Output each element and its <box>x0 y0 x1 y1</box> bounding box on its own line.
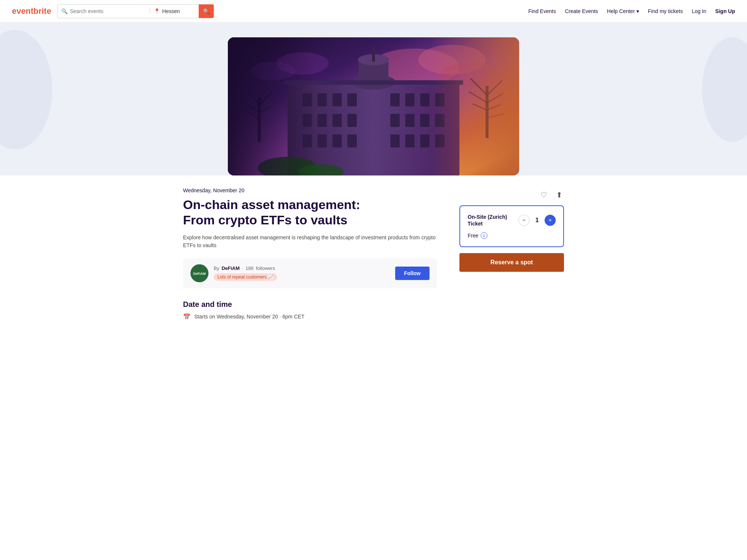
decrease-qty-button[interactable]: − <box>518 215 530 226</box>
nav-signup[interactable]: Sign Up <box>715 8 735 14</box>
sidebar: ♡ ⬆ On-Site (Zurich) Ticket − 1 + <box>459 187 564 320</box>
location-pin-icon: 📍 <box>154 8 160 14</box>
nav-find-tickets[interactable]: Find my tickets <box>648 8 683 14</box>
location-input[interactable] <box>162 8 195 14</box>
organizer-info: By DeFiAM · 186 followers Lots of repeat… <box>214 265 390 281</box>
share-button[interactable]: ⬆ <box>555 189 564 201</box>
ticket-qty-control: − 1 + <box>518 215 556 226</box>
search-icon: 🔍 <box>61 8 68 14</box>
search-input-wrap: 🔍 <box>58 8 150 14</box>
ticket-price-row: Free i <box>468 232 556 239</box>
organizer-followers-label: followers <box>256 265 275 271</box>
calendar-icon: 📅 <box>183 313 190 320</box>
reserve-button[interactable]: Reserve a spot <box>459 253 564 272</box>
hero-image <box>228 37 519 175</box>
repeat-customers-badge: Lots of repeat customers 📈 <box>214 273 277 281</box>
top-actions: ♡ ⬆ <box>459 187 564 201</box>
share-icon: ⬆ <box>556 191 562 199</box>
date-time-title: Date and time <box>183 300 437 309</box>
organizer-by-label: By <box>214 265 219 271</box>
event-description: Explore how decentralised asset manageme… <box>183 234 437 249</box>
hero-section <box>0 22 747 175</box>
navbar: eventbrite 🔍 📍 🔍 Find Events Create Even… <box>0 0 747 22</box>
nav-create-events[interactable]: Create Events <box>565 8 598 14</box>
ticket-name-line2: Ticket <box>468 221 483 227</box>
nav-find-events[interactable]: Find Events <box>528 8 556 14</box>
minus-icon: − <box>522 217 526 224</box>
svg-text:DeFiAM: DeFiAM <box>193 272 206 276</box>
plus-icon: + <box>548 217 552 224</box>
event-title: On-chain asset management: From crypto E… <box>183 197 437 228</box>
nav-help-center[interactable]: Help Center ▾ <box>607 8 639 14</box>
increase-qty-button[interactable]: + <box>545 215 556 226</box>
nav-login[interactable]: Log In <box>692 8 706 14</box>
favorite-button[interactable]: ♡ <box>539 189 549 201</box>
search-input[interactable] <box>70 8 146 14</box>
ticket-name-line1: On-Site (Zurich) <box>468 214 507 220</box>
organizer-followers-count: 186 <box>245 265 254 271</box>
ticket-type-name: On-Site (Zurich) Ticket <box>468 214 507 227</box>
ticket-type-row: On-Site (Zurich) Ticket − 1 + <box>468 214 556 227</box>
date-time-section: Date and time 📅 Starts on Wednesday, Nov… <box>183 300 437 320</box>
hero-blob-left <box>0 30 52 149</box>
heart-icon: ♡ <box>540 191 547 199</box>
organizer-name[interactable]: DeFiAM <box>221 265 239 271</box>
date-time-row: 📅 Starts on Wednesday, November 20 · 6pm… <box>183 313 437 320</box>
event-title-line2: From crypto ETFs to vaults <box>183 213 347 227</box>
location-wrap: 📍 <box>150 8 199 14</box>
organizer-avatar: DeFiAM <box>190 264 208 282</box>
help-center-dropdown-icon: ▾ <box>636 8 639 14</box>
ticket-card: On-Site (Zurich) Ticket − 1 + Free i <box>459 205 564 247</box>
nav-links: Find Events Create Events Help Center ▾ … <box>528 8 735 14</box>
help-center-label: Help Center <box>607 8 635 14</box>
ticket-quantity: 1 <box>533 217 541 224</box>
event-date: Wednesday, November 20 <box>183 187 437 193</box>
hero-blob-right <box>702 37 747 142</box>
organizer-dot: · <box>242 265 244 271</box>
price-info-icon[interactable]: i <box>481 232 487 239</box>
hero-image-container <box>228 37 519 175</box>
organizer-card: DeFiAM By DeFiAM · 186 followers Lots of… <box>183 258 437 288</box>
search-bar: 🔍 📍 🔍 <box>57 4 214 18</box>
search-button[interactable]: 🔍 <box>199 4 214 18</box>
follow-button[interactable]: Follow <box>395 267 430 280</box>
content-area: Wednesday, November 20 On-chain asset ma… <box>168 175 579 332</box>
search-button-icon: 🔍 <box>203 8 210 14</box>
logo[interactable]: eventbrite <box>12 6 51 16</box>
svg-rect-54 <box>228 37 519 175</box>
organizer-name-line: By DeFiAM · 186 followers <box>214 265 390 271</box>
ticket-price: Free <box>468 233 478 239</box>
main-content: Wednesday, November 20 On-chain asset ma… <box>183 187 437 320</box>
event-title-line1: On-chain asset management: <box>183 197 360 212</box>
date-time-value: Starts on Wednesday, November 20 · 6pm C… <box>194 314 304 320</box>
